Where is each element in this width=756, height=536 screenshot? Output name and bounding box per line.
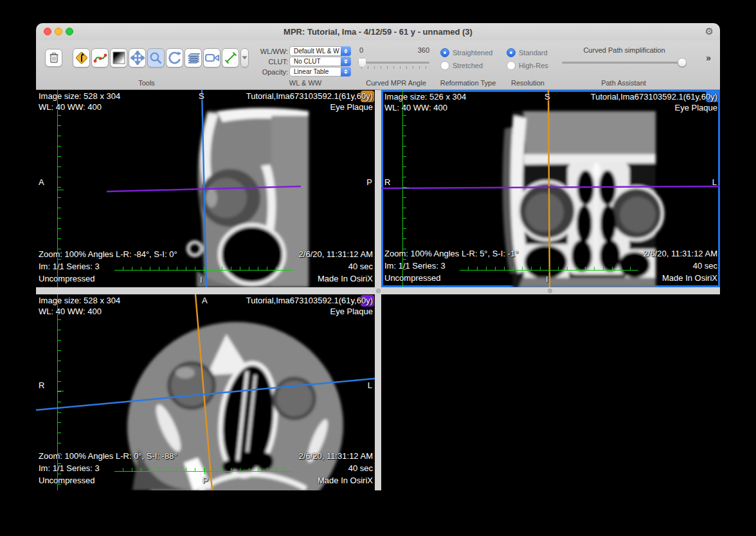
length-measure-icon [224, 51, 238, 65]
image-size-text: Image size: 528 x 304 [39, 296, 120, 305]
radio-stretched-label: Stretched [453, 62, 483, 69]
path-slider-thumb[interactable] [678, 58, 687, 67]
datetime-text: 2/6/20, 11:31:12 AM [644, 249, 717, 258]
curve-edit-icon [93, 51, 108, 65]
patient-text: Tutorial,Ima673103592.1(61y,60y) [246, 296, 373, 305]
wl-ww-text: WL: 40 WW: 400 [39, 102, 102, 112]
titlebar: MPR: Tutorial, Ima - 4/12/59 - 61 y - un… [36, 23, 720, 40]
ruler-center-tick [549, 267, 550, 273]
made-in-text: Made In OsiriX [662, 273, 717, 283]
study-text: Eye Plaque [675, 103, 718, 112]
radio-straightened-label: Straightened [453, 49, 492, 57]
orientation-left: R [39, 380, 44, 390]
toolbar-overflow-button[interactable]: ›› [706, 52, 710, 63]
gear-icon[interactable]: ⚙ [705, 26, 714, 37]
magnify-icon [149, 51, 163, 65]
orientation-right: P [366, 177, 372, 187]
image-size-text: Image size: 528 x 304 [39, 91, 120, 101]
magnify-button[interactable] [147, 48, 165, 67]
im-series-text: Im: 1/1 Series: 3 [384, 261, 446, 271]
tool-dropdown-button[interactable] [240, 48, 249, 67]
radio-high-res[interactable] [507, 61, 516, 70]
ruler-center-tick [204, 468, 205, 474]
orientation-bottom: P [203, 476, 208, 485]
section-tools: Tools [114, 79, 179, 87]
rotate-icon [168, 51, 182, 65]
radio-high-res-label: High-Res [519, 62, 548, 69]
ruler-center-tick [57, 391, 64, 391]
ruler-center-tick [402, 188, 409, 188]
wlww-value: Default WL & W [294, 48, 339, 55]
section-reformation-type: Reformation Type [436, 79, 500, 87]
duration-text: 40 sec [348, 262, 373, 271]
viewport-coronal[interactable]: Image size: 526 x 304 WL: 40 WW: 400 Tut… [381, 90, 720, 287]
orientation-top: S [544, 92, 550, 102]
zoom-angles-text: Zoom: 100% Angles L-R: 5°, S-I: -1° [384, 249, 518, 258]
radio-straightened[interactable] [440, 48, 449, 57]
trash-button[interactable] [45, 49, 62, 67]
movie-export-button[interactable] [203, 48, 221, 67]
zoom-angles-text: Zoom: 100% Angles L-R: -84°, S-I: 0° [39, 249, 177, 259]
new-curved-path-button[interactable] [73, 48, 90, 67]
ruler-center-tick [57, 190, 64, 190]
im-series-text: Im: 1/1 Series: 3 [39, 262, 100, 271]
zoom-angles-text: Zoom: 100% Angles L-R: 0°, S-I: -88° [39, 451, 177, 461]
clut-value: No CLUT [294, 58, 321, 65]
orientation-left: R [384, 177, 390, 187]
chevron-down-icon [242, 56, 248, 60]
orientation-top: S [199, 91, 204, 101]
radio-standard[interactable] [507, 48, 516, 57]
wl-ww-text: WL: 40 WW: 400 [39, 307, 102, 316]
move-button[interactable] [129, 48, 146, 67]
window-title: MPR: Tutorial, Ima - 4/12/59 - 61 y - un… [36, 27, 720, 37]
compression-text: Uncompressed [39, 476, 94, 485]
radio-stretched[interactable] [440, 61, 449, 70]
stack-button[interactable] [184, 48, 202, 67]
wl-ww-button[interactable] [110, 48, 127, 67]
path-slider-track[interactable] [562, 62, 687, 64]
duration-text: 40 sec [693, 261, 717, 271]
rotate-button[interactable] [166, 48, 183, 67]
orientation-top: A [202, 296, 208, 305]
wlww-label: WL/WW: [249, 48, 288, 55]
edit-curved-path-button[interactable] [91, 48, 109, 67]
splitter-handle[interactable] [548, 289, 552, 293]
angle-slider-track[interactable] [359, 62, 429, 64]
section-path-assistant: Path Assistant [591, 79, 656, 87]
clut-select[interactable]: No CLUT [289, 57, 351, 66]
splitter-handle[interactable] [376, 289, 381, 293]
viewport-empty[interactable] [381, 294, 720, 490]
section-resolution: Resolution [496, 79, 560, 87]
compression-text: Uncompressed [384, 273, 440, 283]
wlww-select[interactable]: Default WL & W [289, 46, 351, 56]
orientation-right: L [712, 177, 717, 187]
made-in-text: Made In OsiriX [318, 274, 373, 283]
angle-min-label: 0 [359, 46, 363, 54]
curved-path-sign-icon [75, 51, 89, 65]
viewport-sagittal[interactable]: Image size: 528 x 304 WL: 40 WW: 400 Tut… [36, 90, 375, 287]
orientation-bottom: I [200, 275, 203, 285]
duration-text: 40 sec [348, 463, 373, 473]
datetime-text: 2/6/20, 11:31:12 AM [299, 451, 373, 461]
move-arrows-icon [130, 51, 145, 65]
study-text: Eye Plaque [330, 307, 374, 316]
opacity-label: Opacity: [249, 68, 288, 76]
patient-text: Tutorial,Ima673103592.1(61y,60y) [591, 92, 717, 102]
orientation-bottom: I [546, 274, 548, 284]
wl-ww-gradient-icon [113, 51, 125, 64]
toolbar: WL/WW: Default WL & W CLUT: No CLUT Opac… [36, 40, 720, 90]
popup-chevrons-icon [341, 57, 351, 66]
im-series-text: Im: 1/1 Series: 3 [39, 463, 100, 473]
section-wl-ww: WL & WW [273, 79, 338, 87]
ct-image-axial [36, 294, 375, 490]
opacity-select[interactable]: Linear Table [289, 67, 351, 76]
viewport-axial[interactable]: Image size: 528 x 304 WL: 40 WW: 400 Tut… [36, 294, 375, 490]
section-curved-mpr-angle: Curved MPR Angle [361, 79, 431, 87]
patient-text: Tutorial,Ima673103592.1(61y,60y) [246, 91, 373, 101]
ruler-horizontal [114, 471, 293, 472]
clut-label: CLUT: [249, 58, 288, 66]
compression-text: Uncompressed [39, 274, 94, 283]
orientation-left: A [39, 177, 44, 187]
length-measure-button[interactable] [222, 48, 239, 67]
made-in-text: Made In OsiriX [318, 476, 373, 485]
